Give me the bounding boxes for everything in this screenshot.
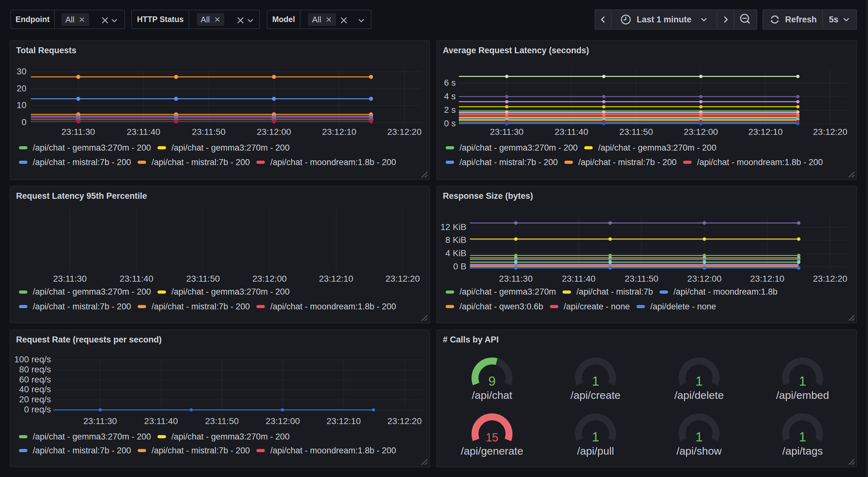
svg-text:60 req/s: 60 req/s: [19, 375, 51, 384]
svg-text:4 KiB: 4 KiB: [445, 248, 466, 258]
svg-text:23:12:10: 23:12:10: [748, 127, 783, 137]
svg-text:23:12:00: 23:12:00: [266, 416, 300, 426]
svg-text:/api/delete: /api/delete: [674, 389, 724, 401]
svg-text:4 s: 4 s: [444, 91, 456, 101]
svg-text:0 s: 0 s: [444, 118, 456, 128]
svg-text:23:11:30: 23:11:30: [84, 416, 117, 426]
svg-text:23:11:30: 23:11:30: [490, 127, 524, 137]
svg-text:1: 1: [695, 429, 703, 444]
svg-text:2 s: 2 s: [444, 105, 456, 115]
svg-text:0: 0: [22, 117, 27, 127]
svg-text:/api/generate: /api/generate: [461, 445, 523, 457]
svg-text:12 KiB: 12 KiB: [441, 222, 467, 232]
svg-text:0 req/s: 0 req/s: [24, 405, 51, 414]
svg-text:1: 1: [799, 374, 806, 388]
svg-text:/api/embed: /api/embed: [776, 389, 829, 401]
svg-text:23:12:20: 23:12:20: [385, 274, 420, 284]
svg-text:40 req/s: 40 req/s: [19, 384, 51, 394]
svg-text:23:12:10: 23:12:10: [322, 127, 356, 137]
svg-text:23:12:00: 23:12:00: [687, 274, 721, 284]
svg-text:0 B: 0 B: [453, 262, 466, 271]
svg-text:23:11:40: 23:11:40: [120, 274, 153, 284]
svg-text:10: 10: [17, 100, 27, 110]
svg-text:23:11:50: 23:11:50: [186, 274, 220, 284]
svg-text:100 req/s: 100 req/s: [14, 354, 51, 364]
svg-text:1: 1: [592, 374, 599, 388]
svg-text:/api/pull: /api/pull: [577, 445, 614, 457]
svg-text:23:12:00: 23:12:00: [684, 127, 718, 137]
svg-text:23:11:50: 23:11:50: [192, 127, 225, 137]
svg-text:20: 20: [17, 84, 27, 93]
svg-text:/api/show: /api/show: [677, 445, 722, 457]
svg-text:23:11:30: 23:11:30: [499, 274, 533, 284]
svg-text:/api/chat: /api/chat: [472, 389, 513, 401]
svg-text:23:11:40: 23:11:40: [127, 127, 160, 137]
svg-text:23:12:00: 23:12:00: [252, 274, 287, 284]
svg-text:23:12:20: 23:12:20: [388, 127, 422, 137]
svg-text:30: 30: [17, 66, 27, 76]
svg-text:9: 9: [489, 374, 496, 388]
svg-text:23:11:50: 23:11:50: [625, 274, 658, 284]
svg-text:23:11:40: 23:11:40: [144, 416, 178, 426]
svg-text:23:11:40: 23:11:40: [562, 274, 595, 284]
svg-text:8 KiB: 8 KiB: [445, 235, 466, 245]
svg-text:/api/tags: /api/tags: [782, 445, 823, 457]
svg-text:23:12:10: 23:12:10: [327, 416, 361, 426]
svg-text:23:11:50: 23:11:50: [205, 416, 239, 426]
svg-text:23:12:00: 23:12:00: [257, 127, 291, 137]
svg-text:23:11:30: 23:11:30: [61, 127, 95, 137]
svg-text:23:11:40: 23:11:40: [555, 127, 588, 137]
svg-text:20 req/s: 20 req/s: [19, 394, 51, 404]
svg-text:1: 1: [592, 429, 599, 444]
svg-text:/api/create: /api/create: [571, 389, 621, 401]
svg-text:1: 1: [695, 374, 703, 388]
svg-text:23:12:20: 23:12:20: [813, 274, 847, 284]
svg-text:23:12:10: 23:12:10: [750, 274, 784, 284]
svg-text:80 req/s: 80 req/s: [19, 364, 51, 374]
svg-text:23:11:30: 23:11:30: [53, 274, 87, 284]
svg-text:15: 15: [486, 431, 498, 444]
svg-text:23:12:20: 23:12:20: [813, 127, 847, 137]
svg-text:23:12:10: 23:12:10: [319, 274, 353, 284]
svg-text:1: 1: [799, 429, 806, 444]
svg-text:23:11:50: 23:11:50: [619, 127, 653, 137]
svg-text:6 s: 6 s: [444, 78, 456, 88]
svg-text:23:12:20: 23:12:20: [388, 416, 422, 426]
